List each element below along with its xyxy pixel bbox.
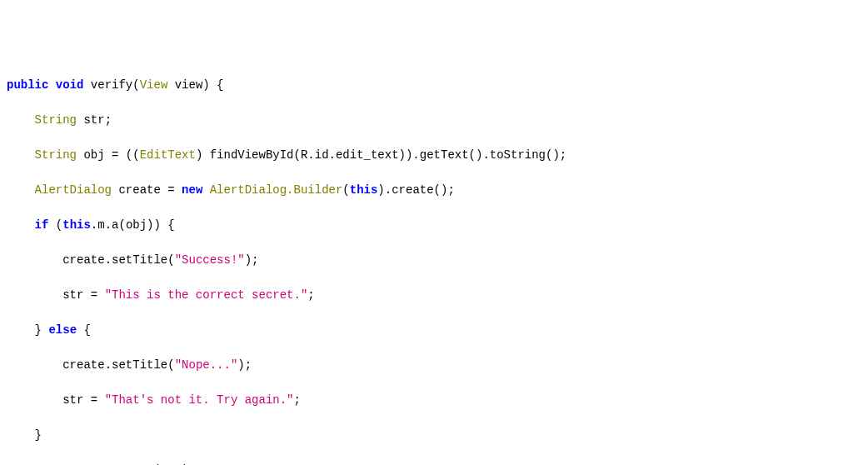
method-call: findViewById: [210, 148, 294, 162]
method-call: getText: [420, 148, 469, 162]
method-name: verify: [91, 78, 132, 92]
var: str: [62, 288, 83, 302]
type-string: String: [35, 148, 77, 162]
string-literal: "Success!": [175, 253, 245, 267]
type-alertdialog: AlertDialog: [35, 183, 112, 197]
method-call: create: [392, 183, 433, 197]
code-line: str = "That's not it. Try again.";: [7, 392, 861, 409]
string-literal: "That's not it. Try again.": [105, 393, 294, 407]
string-literal: "Nope...": [175, 358, 238, 372]
code-line: String str;: [7, 112, 861, 129]
code-line: AlertDialog create = new AlertDialog.Bui…: [7, 182, 861, 199]
code-line: if (this.m.a(obj)) {: [7, 217, 861, 234]
string-literal: "This is the correct secret.": [105, 288, 308, 302]
keyword-this: this: [350, 183, 378, 197]
code-line: str = "This is the correct secret.";: [7, 287, 861, 304]
method-call: a: [112, 218, 118, 232]
code-line: } else {: [7, 322, 861, 339]
keyword-this: this: [62, 218, 91, 232]
type-view: View: [140, 78, 168, 92]
var: str: [83, 113, 104, 127]
code-line: create.setTitle("Success!");: [7, 252, 861, 269]
keyword-void: void: [56, 78, 84, 92]
type-edittext: EditText: [140, 148, 196, 162]
keyword-else: else: [48, 323, 77, 337]
code-line: create.setMessage(str);: [7, 462, 861, 465]
code-line: create.setTitle("Nope...");: [7, 357, 861, 374]
param: view: [175, 78, 203, 92]
var: obj: [83, 148, 104, 162]
var: str: [62, 393, 83, 407]
arg: obj: [126, 218, 147, 232]
type-string: String: [35, 113, 77, 127]
code-line: }: [7, 427, 861, 444]
keyword-if: if: [35, 218, 49, 232]
code-line: String obj = ((EditText) findViewById(R.…: [7, 147, 861, 164]
obj: create: [62, 358, 104, 372]
type-builder: AlertDialog.Builder: [210, 183, 343, 197]
method-call: toString: [490, 148, 546, 162]
var: create: [118, 183, 160, 197]
arg: R.id.edit_text: [301, 148, 399, 162]
keyword-public: public: [7, 78, 48, 92]
method-call: setTitle: [112, 253, 167, 267]
keyword-new: new: [182, 183, 202, 197]
obj: create: [62, 253, 104, 267]
method-call: setTitle: [112, 358, 167, 372]
field: m: [97, 218, 104, 232]
code-line: public void verify(View view) {: [7, 77, 861, 94]
